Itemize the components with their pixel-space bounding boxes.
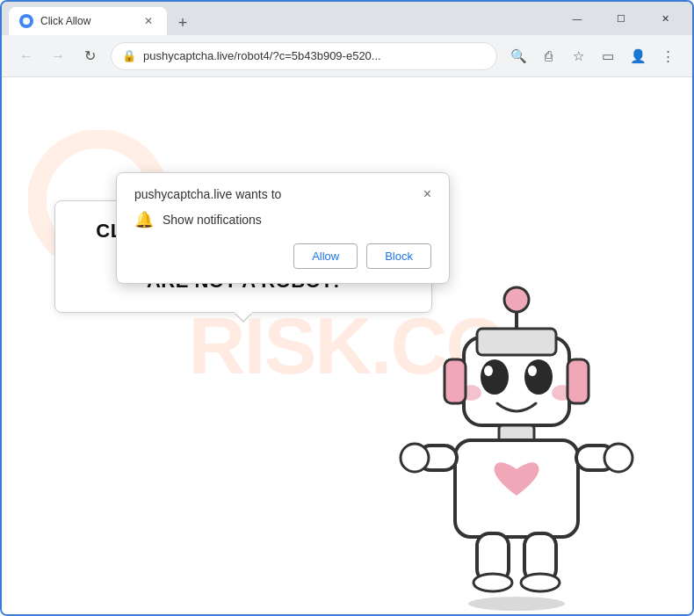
svg-point-21 [474,574,512,591]
maximize-button[interactable]: ☐ [601,4,641,33]
notification-popup: pushycaptcha.live wants to × 🔔 Show noti… [116,172,450,284]
close-button[interactable]: ✕ [645,4,685,33]
forward-button[interactable]: → [44,42,72,70]
url-text: pushycaptcha.live/robot4/?c=5b43b909-e52… [143,49,486,62]
tab-title: Click Allow [40,15,134,27]
tab-favicon [19,14,33,28]
allow-button[interactable]: Allow [293,243,358,269]
extensions-button[interactable]: ▭ [594,42,622,70]
nav-icons: 🔍 ⎙ ☆ ▭ 👤 ⋮ [504,42,682,70]
svg-point-23 [521,574,560,591]
popup-header: pushycaptcha.live wants to × [134,187,431,201]
browser-window: Click Allow ✕ + — ☐ ✕ ← → ↻ 🔒 pushycaptc… [0,0,694,616]
page-content: RISK.CO pushycaptcha.live wants to × 🔔 S… [2,77,692,614]
svg-point-24 [468,597,565,611]
svg-point-8 [484,366,493,376]
popup-buttons: Allow Block [134,243,431,269]
block-button[interactable]: Block [366,243,431,269]
robot-container [394,280,640,614]
share-button[interactable]: ⎙ [534,42,562,70]
tab-close-button[interactable]: ✕ [141,13,156,29]
notification-row: 🔔 Show notifications [134,210,431,229]
tab-area: Click Allow ✕ + [9,2,550,35]
bookmark-button[interactable]: ☆ [564,42,592,70]
svg-rect-13 [567,359,589,403]
minimize-button[interactable]: — [557,4,597,33]
robot-illustration [394,280,640,614]
svg-point-19 [604,444,633,472]
reload-button[interactable]: ↻ [76,42,104,70]
svg-point-17 [401,444,429,472]
show-notifications-label: Show notifications [163,213,262,227]
popup-title: pushycaptcha.live wants to [134,187,281,201]
search-button[interactable]: 🔍 [504,42,532,70]
svg-point-3 [504,287,529,312]
active-tab[interactable]: Click Allow ✕ [9,7,167,35]
title-bar: Click Allow ✕ + — ☐ ✕ [2,2,692,35]
popup-close-button[interactable]: × [423,187,431,201]
back-button[interactable]: ← [12,42,40,70]
svg-rect-5 [477,329,556,355]
svg-point-9 [528,366,537,376]
menu-button[interactable]: ⋮ [654,42,682,70]
address-bar[interactable]: 🔒 pushycaptcha.live/robot4/?c=5b43b909-e… [111,42,497,70]
nav-bar: ← → ↻ 🔒 pushycaptcha.live/robot4/?c=5b43… [2,35,692,77]
profile-button[interactable]: 👤 [624,42,652,70]
window-controls: — ☐ ✕ [557,4,685,33]
svg-point-7 [524,359,553,395]
svg-rect-12 [445,359,466,403]
bell-icon: 🔔 [134,210,154,229]
lock-icon: 🔒 [122,49,136,62]
new-tab-button[interactable]: + [170,11,195,35]
svg-point-6 [481,359,509,395]
